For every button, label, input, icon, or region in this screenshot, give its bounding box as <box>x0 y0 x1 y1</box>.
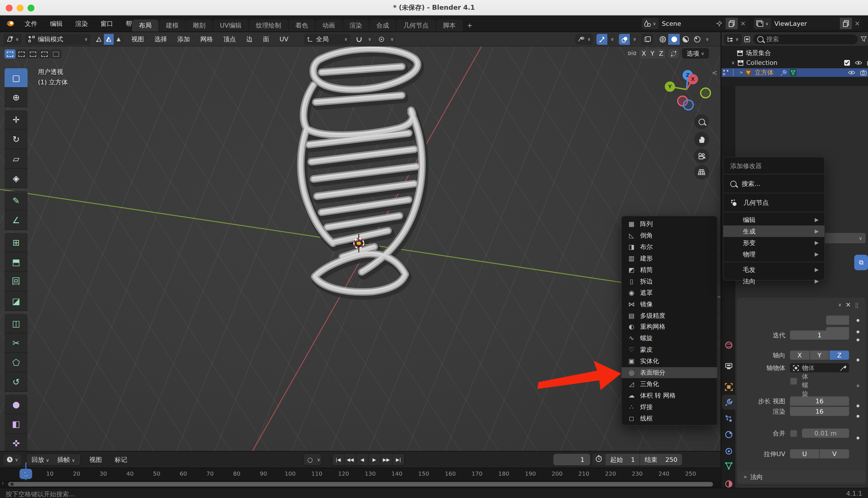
field-fragment[interactable] <box>826 316 849 325</box>
select-mode-intersect-button[interactable] <box>51 49 62 58</box>
scale-tool[interactable]: ▱ <box>4 149 28 169</box>
camera-view-button[interactable] <box>694 148 709 163</box>
select-mode-extend-button[interactable] <box>16 49 27 58</box>
steps-render-field[interactable]: 16 <box>790 407 849 416</box>
gizmo-dropdown[interactable]: ∨ <box>607 34 616 45</box>
modifier-menu-item[interactable]: ∿螺旋 <box>622 333 717 344</box>
modifier-menu-item[interactable]: ◨布尔 <box>622 241 717 253</box>
workspace-tab[interactable]: 渲染 <box>342 19 369 31</box>
modifier-menu-item[interactable]: ◺倒角 <box>622 230 717 241</box>
bevel-tool[interactable]: ◪ <box>4 291 28 311</box>
smooth-tool[interactable]: ● <box>4 395 28 414</box>
chevron-icon[interactable]: ∨ <box>738 71 743 74</box>
jump-to-end-button[interactable]: ▶| <box>393 454 405 465</box>
select-mode-new-button[interactable] <box>4 49 15 58</box>
viewport-3d[interactable]: ∨ 编辑模式 ∨ 视图选择添加网格顶点边面UV 全局 ∨ ∨ <box>0 32 721 451</box>
viewport-menu-item[interactable]: 视图 <box>127 33 149 45</box>
animate-dot[interactable] <box>856 384 859 387</box>
transform-orientation-dropdown[interactable]: 全局 ∨ <box>305 34 350 44</box>
annotate-tool[interactable]: ✎ <box>4 191 28 211</box>
close-icon[interactable]: ✕ <box>846 301 851 309</box>
playback-menu[interactable]: 回放∨ <box>28 454 53 466</box>
drag-handle-icon[interactable]: ⣿ <box>855 302 859 308</box>
select-mode-subtract-button[interactable] <box>28 49 38 58</box>
outliner-search-input[interactable]: 搜索 <box>753 34 858 44</box>
topbar-menu-item[interactable]: 窗口 <box>95 18 118 30</box>
scrollbar-knob[interactable] <box>10 483 14 486</box>
eye-icon[interactable] <box>848 70 855 75</box>
axis-y-button[interactable]: Y <box>810 351 829 360</box>
inset-faces-tool[interactable]: 回 <box>4 272 28 291</box>
snap-options-dropdown[interactable]: ∨ <box>365 34 373 44</box>
view-menu[interactable]: 视图 <box>85 454 106 466</box>
modifier-menu-item[interactable]: ◎表面细分 <box>622 367 717 378</box>
shading-wireframe-button[interactable] <box>657 34 668 45</box>
animate-dot[interactable] <box>856 358 859 362</box>
outliner-collection-row[interactable]: ∨ Collection <box>722 58 868 67</box>
play-button[interactable]: ▶ <box>368 454 380 465</box>
modifier-category-item[interactable]: 编辑▶ <box>723 214 824 225</box>
modifier-menu-item[interactable]: ▤多级精度 <box>622 310 717 321</box>
axis-object-field[interactable]: 物体 <box>790 363 849 372</box>
merge-checkbox[interactable] <box>790 430 798 437</box>
viewport-menu-item[interactable]: 边 <box>242 33 257 45</box>
mode-selector[interactable]: 编辑模式 ∨ <box>25 34 91 44</box>
edge-slide-tool[interactable]: ◧ <box>4 414 28 434</box>
workspace-tab[interactable]: 动画 <box>315 19 342 31</box>
select-box-tool[interactable]: ▢ <box>4 68 28 88</box>
modifier-menu-item[interactable]: ♡蒙皮 <box>622 344 717 356</box>
jump-to-start-button[interactable]: |◀ <box>333 454 345 465</box>
navigation-gizmo[interactable]: Z X Y <box>0 32 721 451</box>
viewlayer-new-button[interactable] <box>840 18 852 29</box>
animate-dot[interactable] <box>856 405 859 407</box>
viewlayer-remove-button[interactable]: ✕ <box>852 18 863 29</box>
tab-physics[interactable] <box>722 427 735 442</box>
modifier-menu-item[interactable]: ◻线框 <box>622 412 717 424</box>
mirror-z-button[interactable]: Z <box>657 49 665 58</box>
move-tool[interactable]: ✛ <box>4 110 28 130</box>
transform-tool[interactable]: ◈ <box>4 169 28 188</box>
workspace-tab[interactable]: 布局 <box>132 19 158 31</box>
modifier-category-item[interactable]: 物理▶ <box>723 248 824 260</box>
workspace-tab[interactable]: 几何节点 <box>397 19 436 31</box>
modifier-menu-item[interactable]: ▣实体化 <box>622 355 717 367</box>
camera-icon[interactable] <box>860 70 867 76</box>
mirror-x-button[interactable]: X <box>639 49 648 58</box>
viewport-menu-item[interactable]: UV <box>275 34 293 44</box>
editor-type-button[interactable]: ∨ <box>3 34 22 44</box>
tab-object[interactable] <box>722 379 735 394</box>
object-screw-checkbox[interactable] <box>790 377 798 385</box>
workspace-tab[interactable]: 雕刻 <box>186 19 212 31</box>
workspace-tab[interactable]: 合成 <box>370 19 396 31</box>
topbar-menu-item[interactable]: 文件 <box>20 18 42 30</box>
shading-solid-button[interactable] <box>668 34 680 45</box>
spin-tool[interactable]: ↺ <box>4 372 28 392</box>
steps-viewport-field[interactable]: 16 <box>790 396 849 406</box>
auto-keyframe-button[interactable]: ○ <box>305 456 315 463</box>
timeline-ruler[interactable]: 1 10203040506070809010011012013014015016… <box>0 468 721 480</box>
horizontal-scrollbar[interactable] <box>8 482 713 486</box>
filter-icon[interactable] <box>860 36 867 42</box>
tab-output[interactable] <box>722 358 735 374</box>
modifier-menu-item[interactable]: ◉遮罩 <box>622 287 717 299</box>
modifier-menu-item[interactable]: ▦阵列 <box>622 219 717 230</box>
mesh-object[interactable] <box>0 32 721 451</box>
workspace-tab[interactable]: 着色 <box>288 19 315 31</box>
play-reverse-button[interactable]: ◀ <box>357 454 368 465</box>
modifier-menu-item[interactable]: ◩精简 <box>622 264 717 276</box>
animate-dot[interactable] <box>856 437 859 440</box>
workspace-tab[interactable]: UV编辑 <box>213 19 248 31</box>
outliner-scene-collection-row[interactable]: 场景集合 <box>722 49 868 57</box>
workspace-tab[interactable]: 建模 <box>159 19 185 31</box>
axis-x-button[interactable]: X <box>790 351 809 360</box>
scene-browse-button[interactable]: ∨ <box>642 18 659 29</box>
node-badge-icon[interactable]: ⧉ <box>854 255 868 270</box>
blender-logo-icon[interactable] <box>5 19 15 28</box>
workspace-tab[interactable]: + <box>463 19 476 31</box>
modifier-menu-item[interactable]: ◐重构网格 <box>622 321 717 333</box>
animate-dot[interactable] <box>856 415 859 418</box>
show-gizmo-button[interactable] <box>596 34 607 45</box>
scene-name[interactable]: Scene <box>659 18 726 29</box>
tab-world[interactable] <box>722 337 735 352</box>
snap-toggle-button[interactable] <box>354 34 365 44</box>
